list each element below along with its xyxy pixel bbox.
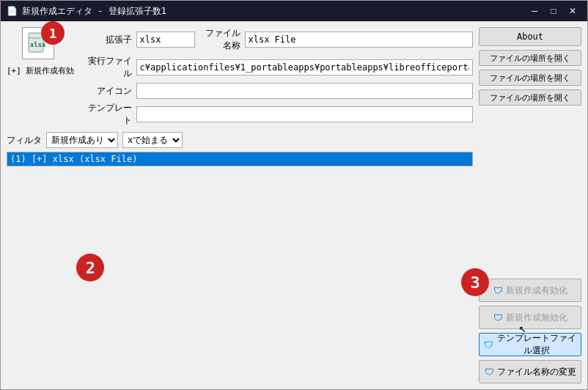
title-bar-controls: ─ □ ✕: [526, 4, 581, 18]
disable-button[interactable]: 🛡 新規作成無効化: [479, 306, 581, 329]
list-area[interactable]: (1) [+] xlsx (xlsx File): [7, 152, 473, 166]
executable-row: 実行ファイル: [85, 55, 474, 80]
minimize-button[interactable]: ─: [526, 4, 543, 18]
right-column: About ファイルの場所を開く ファイルの場所を開く ファイルの場所を開く 🛡…: [479, 27, 581, 383]
action-buttons-area: 🛡 新規作成有効化 🛡 新規作成無効化 🛡 テンプレートファイル選択 3 ↖ 🛡…: [479, 279, 581, 383]
badge-2: 2: [76, 254, 104, 282]
icon-input[interactable]: [136, 83, 474, 99]
shield-rename-icon: 🛡: [485, 367, 494, 378]
template-row: テンプレート: [85, 102, 474, 127]
open-file-location-3[interactable]: ファイルの場所を開く: [479, 89, 581, 106]
shield-template-icon: 🛡: [484, 339, 493, 350]
icon-label: アイコン: [85, 85, 132, 98]
executable-input[interactable]: [136, 59, 474, 76]
left-column: xlsx 1 [+] 新規作成有効 拡張子 ファイル名称: [7, 27, 473, 383]
executable-label: 実行ファイル: [85, 55, 132, 80]
about-area: About: [479, 27, 581, 46]
new-create-label: [+] 新規作成有効: [7, 65, 75, 76]
template-input[interactable]: [136, 106, 474, 122]
filter-select-1[interactable]: 新規作成あり: [46, 132, 118, 148]
list-item[interactable]: (1) [+] xlsx (xlsx File): [7, 152, 472, 166]
title-bar: 📄 新規作成エディタ - 登録拡張子数1 ─ □ ✕: [1, 1, 587, 21]
icon-row: アイコン: [85, 83, 474, 99]
shield-disable-icon: 🛡: [493, 312, 503, 323]
window-title: 新規作成エディタ - 登録拡張子数1: [22, 5, 166, 18]
shield-enable-icon: 🛡: [493, 285, 503, 296]
main-layout: xlsx 1 [+] 新規作成有効 拡張子 ファイル名称: [1, 21, 587, 389]
close-button[interactable]: ✕: [564, 4, 581, 18]
filter-select-2[interactable]: xで始まる: [122, 132, 183, 148]
disable-label: 新規作成無効化: [506, 312, 567, 324]
open-file-location-2[interactable]: ファイルの場所を開く: [479, 70, 581, 86]
filter-label: フィルタ: [7, 134, 42, 147]
svg-text:xlsx: xlsx: [30, 41, 46, 48]
template-select-button[interactable]: 🛡 テンプレートファイル選択: [479, 333, 581, 356]
main-window: 📄 新規作成エディタ - 登録拡張子数1 ─ □ ✕: [0, 0, 588, 390]
template-label: テンプレート: [85, 102, 132, 127]
template-select-label: テンプレートファイル選択: [496, 332, 576, 357]
maximize-button[interactable]: □: [545, 4, 562, 18]
icon-area: xlsx 1 [+] 新規作成有効: [7, 27, 75, 76]
extension-label: 拡張子: [85, 34, 132, 46]
open-file-location-1[interactable]: ファイルの場所を開く: [479, 50, 581, 66]
icon-wrapper: xlsx 1: [22, 27, 59, 64]
ext-filename-row: 拡張子 ファイル名称: [85, 27, 474, 52]
filename-input[interactable]: [245, 32, 474, 48]
enable-label: 新規作成有効化: [506, 284, 567, 297]
rename-button[interactable]: 🛡 ファイル名称の変更: [479, 360, 581, 383]
list-wrapper: (1) [+] xlsx (xlsx File) 2: [7, 152, 473, 383]
badge-1: 1: [41, 21, 65, 45]
app-icon: 📄: [7, 6, 18, 16]
filter-row: フィルタ 新規作成あり xで始まる: [7, 132, 473, 148]
enable-button[interactable]: 🛡 新規作成有効化: [479, 279, 581, 302]
extension-input[interactable]: [136, 32, 195, 48]
title-bar-left: 📄 新規作成エディタ - 登録拡張子数1: [7, 5, 166, 18]
rename-label: ファイル名称の変更: [497, 366, 576, 378]
filename-label: ファイル名称: [199, 27, 240, 52]
fields-section: 拡張子 ファイル名称 実行ファイル アイコン: [85, 27, 474, 127]
about-button[interactable]: About: [479, 27, 581, 46]
